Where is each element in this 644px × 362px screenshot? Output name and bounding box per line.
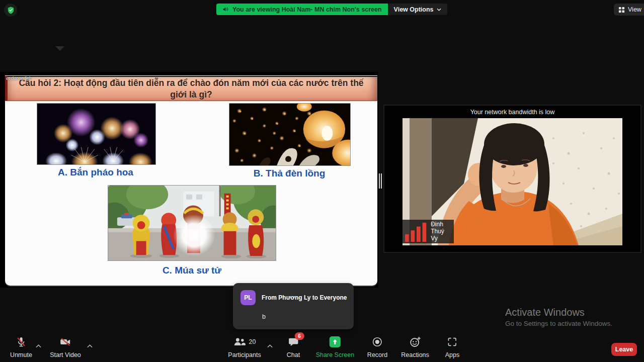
unmute-options-chevron[interactable] bbox=[34, 342, 42, 349]
bandwidth-warning: Your network bandwidth is low bbox=[384, 109, 640, 116]
share-screen-label: Share Screen bbox=[316, 351, 354, 358]
participant-video-tile[interactable]: Đinh Thuý Vy bbox=[403, 118, 622, 245]
watermark-line1: Activate Windows bbox=[505, 307, 612, 318]
chat-notification-popup[interactable]: PL From Phương Ly to Everyone b bbox=[233, 283, 354, 329]
shield-check-icon bbox=[7, 6, 15, 15]
signal-bars-icon bbox=[405, 221, 428, 242]
reactions-button[interactable]: Reactions bbox=[401, 336, 429, 358]
participant-name-tag: Đinh Thuý Vy bbox=[403, 220, 454, 243]
people-icon bbox=[233, 336, 247, 347]
video-options-chevron[interactable] bbox=[86, 342, 94, 349]
viewing-banner-text: You are viewing Hoài Nam- MN chim Non's … bbox=[232, 6, 382, 13]
participant-name: Đinh Thuý Vy bbox=[431, 221, 449, 242]
share-screen-arrow-icon bbox=[330, 336, 341, 347]
reactions-label: Reactions bbox=[401, 351, 429, 358]
option-b-label: B. Thả đèn lồng bbox=[221, 168, 357, 179]
record-button[interactable]: Record bbox=[367, 336, 387, 358]
view-button-label: View bbox=[628, 6, 641, 13]
sky-lanterns-image bbox=[229, 103, 351, 166]
smiley-plus-icon bbox=[409, 336, 421, 348]
fireworks-image bbox=[37, 103, 156, 165]
zoom-meeting-window: You are viewing Hoài Nam- MN chim Non's … bbox=[0, 0, 644, 362]
speaker-icon bbox=[222, 6, 229, 13]
start-video-button[interactable]: Start Video bbox=[50, 336, 81, 358]
viewing-banner: You are viewing Hoài Nam- MN chim Non's … bbox=[216, 4, 447, 15]
mic-muted-icon bbox=[15, 336, 27, 348]
chat-popup-header: From Phương Ly to Everyone bbox=[262, 294, 347, 301]
panel-divider-handle[interactable] bbox=[379, 173, 382, 189]
apps-button[interactable]: Apps bbox=[445, 336, 460, 358]
lion-dance-image bbox=[108, 185, 276, 261]
participants-label: Participants bbox=[228, 351, 261, 358]
activate-windows-watermark: Activate Windows Go to Settings to activ… bbox=[505, 307, 612, 327]
apps-label: Apps bbox=[445, 351, 460, 358]
presentation-slide: et duong lich Câu hỏi 2: Hoạt động đầu t… bbox=[5, 75, 377, 286]
watermark-line2: Go to Settings to activate Windows. bbox=[505, 320, 612, 327]
share-screen-button[interactable]: Share Screen bbox=[316, 336, 354, 358]
record-label: Record bbox=[367, 351, 387, 358]
view-options-button[interactable]: View Options bbox=[388, 4, 447, 15]
question-banner: Câu hỏi 2: Hoạt động đầu tiên diễn ra để… bbox=[5, 76, 377, 101]
unmute-label: Unmute bbox=[10, 351, 32, 358]
leave-button[interactable]: Leave bbox=[611, 343, 637, 356]
unmute-button[interactable]: Unmute bbox=[10, 336, 32, 358]
grid-view-icon bbox=[618, 7, 625, 13]
chat-label: Chat bbox=[287, 351, 300, 358]
chat-unread-badge: 6 bbox=[295, 332, 304, 340]
leave-label: Leave bbox=[615, 346, 633, 353]
start-video-label: Start Video bbox=[50, 351, 81, 358]
chat-button[interactable]: 6 Chat bbox=[287, 336, 300, 358]
chat-avatar: PL bbox=[240, 290, 256, 305]
corner-brackets-icon bbox=[447, 336, 458, 347]
slide-overlay-text: et duong lich bbox=[6, 76, 32, 81]
chevron-down-icon bbox=[437, 8, 441, 11]
participants-options-chevron[interactable] bbox=[266, 342, 274, 349]
chat-popup-tail bbox=[55, 46, 64, 51]
video-panel: Your network bandwidth is low bbox=[383, 105, 641, 253]
view-button[interactable]: View bbox=[614, 4, 644, 16]
participants-count: 20 bbox=[249, 338, 256, 345]
participants-button[interactable]: 20 Participants bbox=[228, 336, 261, 358]
security-shield-button[interactable] bbox=[4, 4, 17, 17]
option-a-label: A. Bắn pháo hoa bbox=[25, 167, 166, 178]
camera-muted-icon bbox=[59, 336, 72, 348]
chat-popup-message: b bbox=[262, 313, 266, 320]
record-circle-icon bbox=[372, 336, 383, 347]
option-c-label: C. Múa sư tử bbox=[108, 265, 276, 276]
view-options-label: View Options bbox=[394, 6, 434, 13]
question-text: Câu hỏi 2: Hoạt động đầu tiên diễn ra để… bbox=[15, 77, 367, 101]
shared-screen-area: et duong lich Câu hỏi 2: Hoạt động đầu t… bbox=[0, 72, 378, 288]
